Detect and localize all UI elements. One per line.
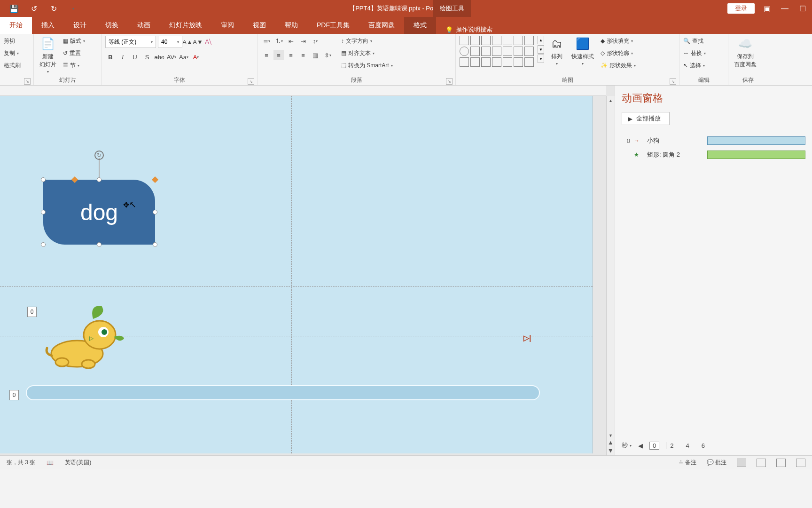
timeline-bar-1[interactable] (707, 136, 805, 145)
align-left-icon[interactable]: ≡ (261, 50, 272, 60)
reset-button[interactable]: ↺ 重置 (63, 48, 85, 58)
columns-icon[interactable]: ▥ (310, 50, 320, 60)
animation-tag-2[interactable]: 0 (9, 390, 19, 400)
format-painter-button[interactable]: 格式刷 (4, 60, 21, 71)
font-size-combo[interactable]: 40▾ (158, 36, 182, 48)
find-button[interactable]: 🔍 查找 (683, 36, 706, 46)
font-name-combo[interactable]: 等线 (正文)▾ (105, 36, 156, 48)
save-baidu-button[interactable]: ☁️ 保存到 百度网盘 (732, 36, 758, 69)
bold-icon[interactable]: B (105, 52, 116, 62)
vertical-scrollbar[interactable]: ▲ ▼ ⯅ ⯆ (606, 96, 615, 455)
slide-canvas[interactable]: dog ✥↖ 0 0 (0, 96, 593, 453)
redo-icon[interactable]: ↻ (48, 3, 59, 14)
clear-format-icon[interactable]: A⧹ (203, 37, 213, 47)
play-all-button[interactable]: ▶ 全部播放 (622, 112, 670, 125)
view-reading-icon[interactable] (776, 459, 786, 467)
shapes-gallery[interactable] (460, 36, 534, 67)
shapes-gallery-nav[interactable]: ▲▼▾ (538, 36, 544, 63)
track-shape[interactable] (26, 385, 540, 400)
adjust-handle-2[interactable] (152, 176, 158, 183)
handle-se[interactable] (153, 242, 157, 247)
replace-button[interactable]: ↔ 替换 ▾ (683, 48, 706, 58)
indent-icon[interactable]: ⇥ (298, 36, 308, 46)
handle-s[interactable] (97, 242, 102, 247)
tell-me-search[interactable]: 💡 操作说明搜索 (445, 25, 492, 34)
selected-shape[interactable]: dog ✥↖ (43, 180, 155, 245)
text-direction-button[interactable]: ↕ 文字方向 ▾ (341, 36, 393, 46)
shape-fill-button[interactable]: ◆ 形状填充 ▾ (601, 36, 636, 46)
prev-slide-icon[interactable]: ⯅ (609, 439, 613, 447)
handle-w[interactable] (41, 210, 46, 214)
scroll-down-icon[interactable]: ▼ (609, 432, 613, 439)
next-slide-icon[interactable]: ⯆ (609, 447, 613, 454)
copy-button[interactable]: 复制 ▾ (4, 48, 21, 58)
tab-transition[interactable]: 切换 (96, 17, 128, 34)
tab-review[interactable]: 审阅 (211, 17, 243, 34)
tab-pdf[interactable]: PDF工具集 (307, 17, 359, 34)
bullets-icon[interactable]: ≣▾ (261, 36, 272, 46)
save-icon[interactable]: 💾 (8, 3, 20, 14)
cut-button[interactable]: 剪切 (4, 36, 21, 46)
font-color-icon[interactable]: A▾ (191, 52, 201, 62)
new-slide-button[interactable]: 📄 新建 幻灯片 ▾ (38, 36, 58, 74)
section-button[interactable]: ☰ 节 ▾ (63, 60, 85, 71)
grow-font-icon[interactable]: A▲ (182, 37, 193, 47)
undo-icon[interactable]: ↺ (28, 3, 39, 14)
comments-button[interactable]: 💬 批注 (707, 459, 726, 467)
handle-n[interactable] (97, 177, 102, 182)
shape-rounded-rect[interactable]: dog (43, 180, 155, 245)
animation-row-2[interactable]: ★ 矩形: 圆角 2 (622, 148, 805, 162)
rotate-handle[interactable] (94, 151, 104, 160)
clipboard-launcher-icon[interactable]: ↘ (24, 78, 31, 85)
quick-styles-button[interactable]: 🟦 快速样式▾ (570, 36, 596, 66)
animation-row-1[interactable]: 0 → 小狗 (622, 134, 805, 148)
handle-nw[interactable] (41, 177, 46, 182)
timeline-ruler[interactable]: 2 4 6 (666, 442, 805, 449)
arrange-button[interactable]: 🗂 排列▾ (547, 36, 567, 66)
convert-smartart-button[interactable]: ⬚ 转换为 SmartArt ▾ (341, 60, 393, 71)
underline-icon[interactable]: U (130, 52, 140, 62)
tab-home[interactable]: 开始 (0, 17, 32, 34)
maximize-icon[interactable]: ☐ (797, 3, 808, 14)
timeline-unit-button[interactable]: 秒 ▾ (622, 441, 632, 450)
scroll-up-icon[interactable]: ▲ (609, 97, 613, 104)
drawing-launcher-icon[interactable]: ↘ (670, 78, 676, 85)
tab-view[interactable]: 视图 (243, 17, 275, 34)
language-status[interactable]: 英语(美国) (65, 459, 91, 467)
italic-icon[interactable]: I (117, 52, 128, 62)
outdent-icon[interactable]: ⇤ (286, 36, 296, 46)
align-right-icon[interactable]: ≡ (286, 50, 296, 60)
layout-button[interactable]: ▦ 版式 ▾ (63, 36, 85, 46)
line-spacing-icon[interactable]: ↕▾ (310, 36, 320, 46)
shape-effects-button[interactable]: ✨ 形状效果 ▾ (601, 60, 636, 71)
timeline-current[interactable]: 0 (649, 442, 659, 450)
login-button[interactable]: 登录 (727, 3, 755, 14)
spellcheck-icon[interactable]: 📖 (47, 460, 54, 466)
tab-baidu[interactable]: 百度网盘 (359, 17, 404, 34)
select-button[interactable]: ↖ 选择 ▾ (683, 60, 706, 71)
timeline-prev-icon[interactable]: ◀ (638, 442, 643, 449)
shadow-icon[interactable]: S (142, 52, 152, 62)
justify-icon[interactable]: ≡ (298, 50, 308, 60)
tab-format[interactable]: 格式 (404, 17, 436, 34)
paragraph-launcher-icon[interactable]: ↘ (446, 78, 453, 85)
shrink-font-icon[interactable]: A▼ (193, 37, 203, 47)
notes-button[interactable]: ≐ 备注 (679, 459, 696, 467)
view-normal-icon[interactable] (737, 459, 746, 467)
tab-insert[interactable]: 插入 (32, 17, 64, 34)
handle-sw[interactable] (41, 242, 46, 247)
horizontal-guide-1[interactable] (0, 286, 593, 287)
shape-outline-button[interactable]: ◇ 形状轮廓 ▾ (601, 48, 636, 58)
tab-design[interactable]: 设计 (64, 17, 96, 34)
tab-help[interactable]: 帮助 (275, 17, 307, 34)
tab-slideshow[interactable]: 幻灯片放映 (160, 17, 211, 34)
view-sorter-icon[interactable] (757, 459, 766, 467)
numbering-icon[interactable]: ⒈▾ (273, 36, 284, 46)
minimize-icon[interactable]: — (779, 3, 790, 14)
align-center-icon[interactable]: ≡ (273, 50, 284, 60)
align-text-button[interactable]: ▤ 对齐文本 ▾ (341, 48, 393, 58)
handle-e[interactable] (153, 210, 157, 214)
view-slideshow-icon[interactable] (796, 459, 805, 467)
change-case-icon[interactable]: Aa▾ (179, 52, 189, 62)
font-launcher-icon[interactable]: ↘ (248, 78, 254, 85)
